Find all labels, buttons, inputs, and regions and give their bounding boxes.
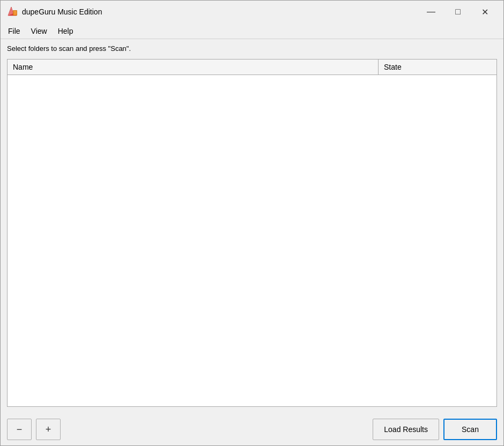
- column-name: Name: [8, 60, 379, 75]
- title-bar: dupeGuru Music Edition — □ ✕: [1, 1, 503, 23]
- table-body: [8, 75, 496, 406]
- add-folder-button[interactable]: +: [36, 419, 61, 440]
- scan-button[interactable]: Scan: [443, 419, 497, 440]
- menu-file[interactable]: File: [3, 25, 26, 38]
- maximize-button[interactable]: □: [446, 4, 470, 20]
- minimize-button[interactable]: —: [419, 4, 443, 20]
- menu-view[interactable]: View: [26, 25, 53, 38]
- instruction-text: Select folders to scan and press "Scan".: [7, 44, 497, 53]
- bottom-right-controls: Load Results Scan: [373, 419, 497, 440]
- app-title: dupeGuru Music Edition: [22, 8, 102, 16]
- bottom-bar: − + Load Results Scan: [1, 413, 503, 445]
- title-bar-controls: — □ ✕: [419, 4, 497, 20]
- close-button[interactable]: ✕: [472, 4, 497, 20]
- column-state: State: [379, 60, 496, 75]
- app-icon: [6, 6, 18, 18]
- main-content: Select folders to scan and press "Scan".…: [1, 39, 503, 413]
- menu-bar: File View Help: [1, 23, 503, 39]
- load-results-button[interactable]: Load Results: [373, 419, 439, 440]
- remove-folder-button[interactable]: −: [7, 419, 32, 440]
- title-bar-left: dupeGuru Music Edition: [6, 6, 102, 18]
- menu-help[interactable]: Help: [53, 25, 79, 38]
- folder-table: Name State: [7, 59, 497, 407]
- svg-rect-3: [13, 11, 17, 15]
- bottom-left-controls: − +: [7, 419, 61, 440]
- table-header: Name State: [8, 60, 496, 75]
